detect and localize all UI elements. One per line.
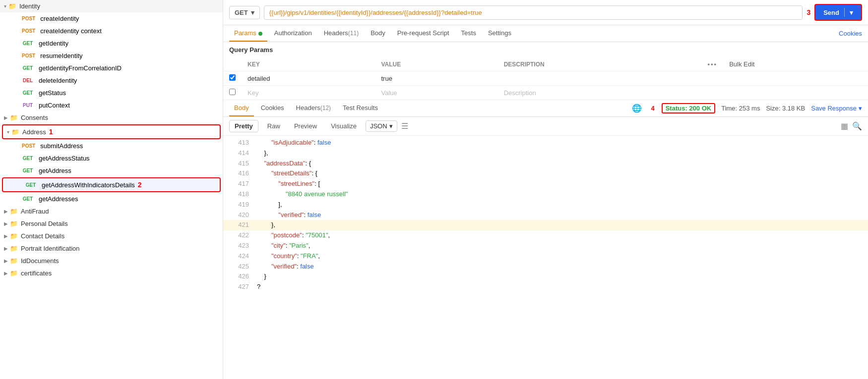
sidebar-item-createIdentityContext[interactable]: POST createIdentity context	[0, 25, 223, 37]
param-key[interactable]: Key	[242, 86, 375, 100]
copy-icon[interactable]: ▦	[841, 121, 848, 131]
sidebar-folder-certificates-folder[interactable]: ▶ 📁 certificates	[0, 267, 223, 279]
folder-label: Identity	[19, 2, 40, 10]
sidebar-item-getStatus[interactable]: GET getStatus	[0, 87, 223, 99]
send-button[interactable]: Send ▾	[814, 4, 862, 21]
filter-icon[interactable]: ☰	[401, 121, 408, 131]
sidebar-item-deleteIdentity[interactable]: DEL deleteIdentity	[0, 74, 223, 87]
resp-tab-body[interactable]: Body	[229, 100, 254, 116]
method-badge: POST	[20, 15, 37, 22]
item-label: getIdentity	[39, 40, 68, 47]
dots-button[interactable]: •••	[707, 60, 717, 68]
req-tab-prerequest[interactable]: Pre-request Script	[392, 25, 454, 42]
req-tab-headers[interactable]: Headers(11)	[319, 25, 364, 42]
line-number: 425	[229, 262, 249, 272]
sidebar-folder-portraitid-folder[interactable]: ▶ 📁 Portrait Identification	[0, 242, 223, 255]
line-content: "verified": false	[257, 210, 862, 220]
param-extra	[701, 71, 723, 86]
dots-header: •••	[701, 57, 723, 71]
req-tab-authorization[interactable]: Authorization	[269, 25, 317, 42]
line-number: 415	[229, 159, 249, 169]
sidebar-folder-identity-folder[interactable]: ▾ 📁 Identity	[0, 0, 223, 12]
sidebar-item-createIdentity[interactable]: POST createIdentity	[0, 12, 223, 25]
req-tab-tests[interactable]: Tests	[456, 25, 481, 42]
resp-tab-label: Test Results	[343, 104, 378, 111]
item-label: getAddressStatus	[39, 155, 90, 162]
item-label: resumeIdentity	[40, 52, 82, 59]
param-row: detailed true	[223, 71, 868, 86]
url-input[interactable]	[264, 5, 803, 20]
folder-label: Address	[22, 128, 46, 136]
resp-tab-headers[interactable]: Headers(12)	[291, 100, 336, 116]
param-value[interactable]: true	[375, 71, 498, 86]
req-tab-settings[interactable]: Settings	[483, 25, 516, 42]
param-checkbox[interactable]	[229, 74, 236, 81]
format-button-pretty[interactable]: Pretty	[229, 120, 258, 132]
sidebar-folder-iddocuments-folder[interactable]: ▶ 📁 IdDocuments	[0, 255, 223, 267]
cookies-link[interactable]: Cookies	[839, 30, 862, 37]
bulkedit-header: Bulk Edit	[723, 57, 868, 71]
sidebar-folder-personaldetails-folder[interactable]: ▶ 📁 Personal Details	[0, 217, 223, 230]
format-button-visualize[interactable]: Visualize	[326, 120, 362, 132]
folder-label: AntiFraud	[21, 208, 49, 215]
sidebar-folder-contactdetails-folder[interactable]: ▶ 📁 Contact Details	[0, 230, 223, 242]
chevron-icon: ▶	[4, 221, 8, 226]
req-tab-body[interactable]: Body	[366, 25, 390, 42]
save-response-button[interactable]: Save Response ▾	[811, 105, 862, 112]
sidebar-folder-address-folder[interactable]: ▾ 📁 Address 1	[2, 124, 221, 139]
line-content: "postcode": "75001",	[257, 230, 862, 241]
item-label: getIdentityFromCorrelationID	[39, 64, 122, 72]
sidebar-item-submitAddress[interactable]: POST submitAddress	[0, 140, 223, 152]
value-header: VALUE	[375, 57, 498, 71]
tab-label: Body	[371, 29, 385, 37]
folder-label: Consents	[21, 114, 48, 121]
sidebar-item-getIdentityFromCorrelationID[interactable]: GET getIdentityFromCorrelationID	[0, 62, 223, 74]
search-icon[interactable]: 🔍	[852, 121, 862, 131]
folder-icon: 📁	[10, 208, 18, 215]
sidebar-item-getAddressStatus[interactable]: GET getAddressStatus	[0, 152, 223, 164]
param-value[interactable]: Value	[375, 86, 498, 100]
method-label: GET	[235, 9, 248, 16]
code-line: 416 "streetDetails": {	[223, 168, 868, 179]
response-tabs-bar: BodyCookiesHeaders(12)Test Results 🌐 4 S…	[223, 100, 868, 117]
sidebar-item-resumeIdentity[interactable]: POST resumeIdentity	[0, 50, 223, 62]
request-tabs: ParamsAuthorizationHeaders(11)BodyPre-re…	[223, 25, 868, 42]
resp-tab-label: Cookies	[261, 104, 284, 111]
method-badge: GET	[20, 40, 36, 47]
sidebar-folder-consents-folder[interactable]: ▶ 📁 Consents	[0, 111, 223, 124]
line-content: "city": "Paris",	[257, 241, 862, 251]
line-number: 422	[229, 230, 249, 241]
sidebar-item-getAddress[interactable]: GET getAddress	[0, 164, 223, 177]
sidebar-item-getAddressWithIndicatorsDetails[interactable]: GET getAddressWithIndicatorsDetails 2	[2, 177, 221, 192]
method-select[interactable]: GET ▾	[229, 6, 260, 19]
item-label: createIdentity	[40, 15, 79, 22]
response-area: BodyCookiesHeaders(12)Test Results 🌐 4 S…	[223, 100, 868, 379]
sidebar-folder-antifraud-folder[interactable]: ▶ 📁 AntiFraud	[0, 205, 223, 217]
globe-icon: 🌐	[632, 104, 642, 113]
code-line: 415 "addressData": {	[223, 159, 868, 169]
param-checkbox[interactable]	[229, 89, 236, 95]
code-line: 427?	[223, 282, 868, 292]
line-number: 426	[229, 271, 249, 282]
format-button-raw[interactable]: Raw	[262, 120, 285, 132]
bulk-edit-button[interactable]: Bulk Edit	[729, 60, 754, 68]
req-tab-params[interactable]: Params	[229, 25, 267, 42]
resp-tab-test_results[interactable]: Test Results	[338, 100, 383, 116]
folder-icon: 📁	[11, 128, 19, 136]
param-key[interactable]: detailed	[242, 71, 375, 86]
sidebar-item-putContext[interactable]: PUT putContext	[0, 99, 223, 111]
format-button-preview[interactable]: Preview	[289, 120, 322, 132]
tab-label: Tests	[461, 29, 476, 37]
format-type-select[interactable]: JSON▾	[366, 120, 397, 132]
query-params-section: Query Params KEY VALUE DESCRIPTION ••• B…	[223, 42, 868, 100]
line-number: 423	[229, 241, 249, 251]
format-bar: PrettyRawPreviewVisualizeJSON▾☰▦🔍	[223, 117, 868, 136]
sidebar-item-getIdentity[interactable]: GET getIdentity	[0, 37, 223, 50]
resp-tab-cookies[interactable]: Cookies	[256, 100, 289, 116]
code-view: 413 "isAdjudicable": false414 },415 "add…	[223, 136, 868, 379]
tab-label: Authorization	[274, 29, 312, 37]
method-badge: GET	[20, 167, 36, 174]
folder-icon: 📁	[10, 257, 18, 265]
tab-label: Headers	[324, 29, 348, 37]
sidebar-item-getAddresses[interactable]: GET getAddresses	[0, 193, 223, 205]
